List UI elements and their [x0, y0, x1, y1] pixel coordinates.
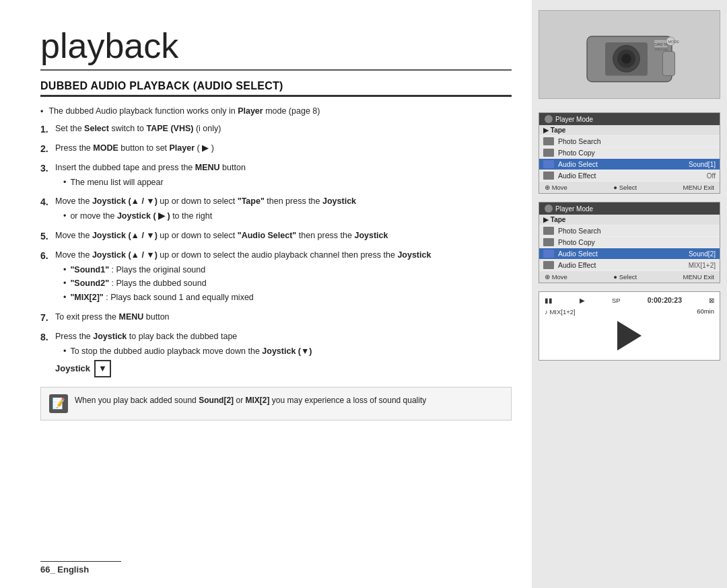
menu-1-icon-audioselect [543, 160, 554, 168]
pb-play-area [545, 321, 714, 351]
pb-mix-row: ♪ MIX[1+2] 60min [545, 307, 714, 316]
menu-1-label-audioselect: Audio Select [558, 160, 685, 168]
playback-panel: ▮▮ ▶ SP 0:00:20:23 ⊠ ♪ MIX[1+2] 60min [539, 291, 720, 361]
step-6-content: Move the Joystick (▲ / ▼) up or down to … [55, 249, 512, 305]
step-1: 1. Set the Select switch to TAPE (VHS) (… [40, 122, 512, 137]
step-7-num: 7. [40, 311, 51, 325]
menu-panel-2: Player Mode ▶ Tape Photo Search Photo Co… [539, 202, 720, 283]
camera-svg: CARD TAPE MODE VHS (i only) [569, 17, 690, 91]
menu-1-footer-exit: MENU Exit [683, 184, 714, 191]
note-icon: 📝 [49, 394, 68, 413]
pb-play-indicator: ▶ [580, 297, 585, 304]
svg-rect-7 [663, 52, 675, 76]
menu-2-val-audioeffect: MIX[1+2] [689, 262, 716, 269]
menu-2-icon-audioeffect [543, 261, 554, 269]
pb-time: 0:00:20:23 [648, 296, 682, 304]
menu-2-icon-photocopy [543, 238, 554, 246]
sidebar: CARD TAPE MODE VHS (i only) Player Mode … [532, 0, 727, 588]
menu-1-row-audioeffect: Audio Effect Off [539, 170, 720, 182]
menu-2-row-photocopy: Photo Copy [539, 237, 720, 248]
intro-text: The dubbed Audio playback function works… [48, 105, 320, 118]
pb-end-indicator: ⊠ [709, 297, 714, 304]
step-3-sub: • The menu list will appear [63, 176, 512, 189]
menu-2-row-audioeffect: Audio Effect MIX[1+2] [539, 260, 720, 271]
page-footer: 66_ English [40, 561, 121, 575]
menu-2-label-audioeffect: Audio Effect [558, 261, 685, 269]
step-7-content: To exit press the MENU button [55, 311, 512, 324]
pb-mix-label: ♪ MIX[1+2] [545, 308, 576, 316]
note-box: 📝 When you play back added sound Sound[2… [40, 387, 512, 420]
svg-text:VHS (i only): VHS (i only) [655, 48, 668, 51]
camera-illustration: CARD TAPE MODE VHS (i only) [539, 11, 720, 98]
menu-2-footer: ⊕ Move ● Select MENU Exit [539, 271, 720, 283]
menu-2-row-audioselect: Audio Select Sound[2] [539, 248, 720, 260]
menu-2-val-audioselect: Sound[2] [689, 250, 716, 258]
step-8-num: 8. [40, 330, 51, 344]
joystick-end-label: Joystick [55, 362, 90, 375]
step-6: 6. Move the Joystick (▲ / ▼) up or down … [40, 249, 512, 305]
step-6-sub-1: • "Sound1" : Plays the original sound [63, 264, 512, 277]
player-bold: Player [238, 106, 263, 116]
svg-point-4 [621, 54, 631, 63]
menu-1-row-photosearch: Photo Search [539, 136, 720, 147]
note-text: When you play back added sound Sound[2] … [75, 394, 426, 406]
step-2-content: Press the MODE button to set Player ( ▶ … [55, 142, 512, 155]
step-5-num: 5. [40, 229, 51, 244]
step-2: 2. Press the MODE button to set Player (… [40, 142, 512, 156]
menu-2-icon-photosearch [543, 227, 554, 235]
menu-1-footer: ⊕ Move ● Select MENU Exit [539, 182, 720, 193]
step-3-num: 3. [40, 161, 51, 176]
pb-battery: ▮▮ [545, 297, 553, 304]
menu-1-header: Player Mode [539, 113, 720, 125]
step-1-content: Set the Select switch to TAPE (VHS) (i o… [55, 122, 512, 135]
bullet-symbol: • [40, 106, 43, 118]
camera-panel: CARD TAPE MODE VHS (i only) [539, 10, 720, 99]
step-5: 5. Move the Joystick (▲ / ▼) up or down … [40, 229, 512, 244]
step-4-content: Move the Joystick (▲ / ▼) up or down to … [55, 195, 512, 224]
menu-2-icon [545, 205, 553, 213]
step-4-num: 4. [40, 195, 51, 209]
menu-1-icon [545, 115, 553, 123]
step-4: 4. Move the Joystick (▲ / ▼) up or down … [40, 195, 512, 224]
menu-1-tape-row: ▶ Tape [539, 125, 720, 136]
menu-2-tape-row: ▶ Tape [539, 215, 720, 225]
step-2-num: 2. [40, 142, 51, 156]
joystick-end-symbol: ▼ [94, 360, 111, 377]
step-8-sub: • To stop the dubbed audio playback move… [63, 345, 512, 358]
menu-2-label-photosearch: Photo Search [558, 227, 712, 235]
page-container: playback DUBBED AUDIO PLAYBACK (AUDIO SE… [0, 0, 727, 588]
menu-2-title: Player Mode [555, 205, 593, 213]
step-3: 3. Insert the dubbed tape and press the … [40, 161, 512, 190]
page-title: playback [40, 27, 512, 71]
menu-1-val-audioselect: Sound[1] [689, 161, 716, 168]
menu-1-tape-label: ▶ Tape [543, 126, 565, 134]
step-5-content: Move the Joystick (▲ / ▼) up or down to … [55, 229, 512, 242]
menu-1-icon-photosearch [543, 137, 554, 145]
step-8-content: Press the Joystick to play back the dubb… [55, 330, 512, 377]
pb-min-label: 60min [697, 307, 714, 315]
main-content: playback DUBBED AUDIO PLAYBACK (AUDIO SE… [0, 0, 532, 588]
step-6-sub-3: • "MIX[2]" : Plays back sound 1 and equa… [63, 291, 512, 304]
step-7: 7. To exit press the MENU button [40, 311, 512, 325]
step-3-content: Insert the dubbed tape and press the MEN… [55, 161, 512, 190]
pb-top-bar: ▮▮ ▶ SP 0:00:20:23 ⊠ [545, 296, 714, 304]
menu-1-label-audioeffect: Audio Effect [558, 172, 703, 180]
intro-bullet: • The dubbed Audio playback function wor… [40, 105, 512, 118]
menu-2-footer-select: ● Select [613, 273, 637, 281]
menu-1-icon-audioeffect [543, 172, 554, 180]
menu-2-icon-audioselect [543, 250, 554, 258]
menu-panel-1: Player Mode ▶ Tape Photo Search Photo Co… [539, 112, 720, 194]
pb-sp-label: SP [612, 297, 621, 304]
menu-1-label-photocopy: Photo Copy [558, 149, 712, 157]
menu-1-row-photocopy: Photo Copy [539, 147, 720, 159]
menu-2-label-photocopy: Photo Copy [558, 238, 712, 246]
step-8: 8. Press the Joystick to play back the d… [40, 330, 512, 377]
menu-1-title: Player Mode [555, 116, 593, 123]
menu-1-footer-select: ● Select [613, 184, 637, 191]
menu-2-row-photosearch: Photo Search [539, 225, 720, 237]
menu-1-row-audioselect: Audio Select Sound[1] [539, 159, 720, 170]
menu-2-footer-move: ⊕ Move [545, 273, 567, 281]
menu-2-footer-exit: MENU Exit [683, 273, 714, 281]
step-4-sub: • or move the Joystick ( ▶ ) to the righ… [63, 210, 512, 223]
menu-1-val-audioeffect: Off [707, 172, 716, 180]
